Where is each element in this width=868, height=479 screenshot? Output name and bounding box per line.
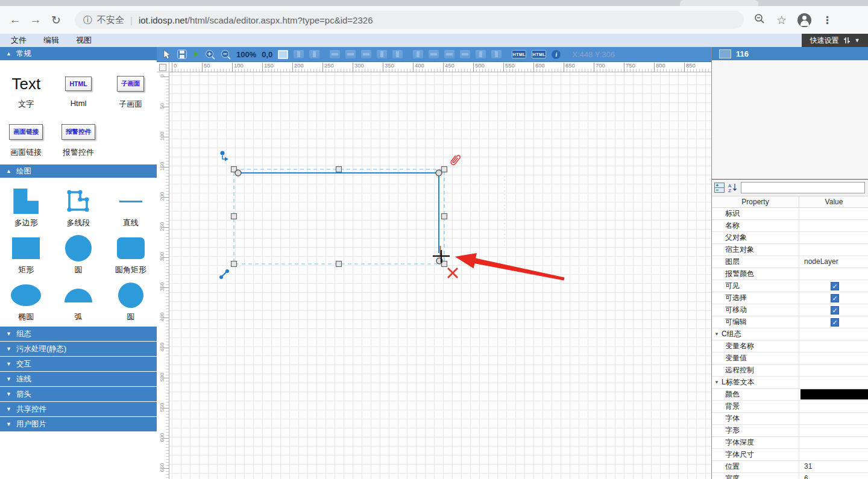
tool-button[interactable]: 画面链接 [9,117,43,147]
property-row[interactable]: 可见✓ [712,280,868,292]
shape-tool-line[interactable]: 直线 [104,185,157,232]
property-value[interactable] [799,449,868,460]
align-center-icon[interactable] [392,50,403,58]
shape-tool-circle[interactable]: 圆 [52,232,105,279]
reload-icon[interactable]: ↻ [46,13,66,27]
section-general[interactable]: ▲ 常规 [0,47,157,60]
property-filter-input[interactable] [741,182,865,193]
tool-display[interactable]: 画面链接 [9,124,43,140]
circle-icon[interactable] [65,232,92,265]
forward-icon[interactable]: → [25,13,46,27]
shape-tool-rect[interactable]: 矩形 [0,232,52,279]
info-icon[interactable]: i [552,50,561,59]
property-value[interactable] [799,413,868,424]
property-value[interactable]: nodeLayer [799,256,868,268]
shape-tool-ellipse[interactable]: 椭圆 [0,279,52,326]
property-value[interactable]: 31 [799,461,868,472]
property-value[interactable]: ✓ [799,316,868,328]
tool-button[interactable]: 报警控件 [61,117,95,147]
property-row[interactable]: 背景 [712,401,868,413]
page-info-icon[interactable]: ⓘ [83,14,92,26]
save-icon[interactable] [177,49,187,59]
property-value[interactable] [799,401,868,412]
design-canvas[interactable] [169,72,711,479]
rect-icon[interactable] [12,232,40,265]
zoom-out-page-icon[interactable] [753,13,766,27]
section-污水处理(静态)[interactable]: ▼污水处理(静态) [0,342,157,356]
polyline-icon[interactable] [65,185,92,218]
property-row[interactable]: 字体尺寸 [712,449,868,461]
align-right-icon[interactable] [413,50,423,58]
tool-Html[interactable]: HTMLHtml [52,69,105,117]
property-value[interactable] [799,377,868,388]
tool-报警控件[interactable]: 报警控件报警控件 [52,117,105,165]
align-bottom-icon[interactable] [361,50,371,58]
property-row[interactable]: 变量名称 [712,340,868,352]
categorized-view-icon[interactable] [714,183,725,193]
property-value[interactable] [799,352,868,364]
property-value[interactable] [799,220,868,231]
group-icon[interactable] [294,50,304,58]
property-value[interactable] [799,389,868,400]
alphabetical-sort-icon[interactable]: AZ [728,183,738,193]
shape-tool-circle2[interactable]: 圆 [104,279,157,326]
line-icon[interactable] [119,185,142,218]
property-row[interactable]: 远程控制 [712,365,868,377]
property-row[interactable]: 字体深度 [712,437,868,449]
send-back-icon[interactable] [491,50,502,58]
tool-画面链接[interactable]: 画面链接画面链接 [0,117,52,165]
property-value[interactable] [799,268,868,280]
browser-menu-icon[interactable]: ⋮ [822,14,832,27]
shape-tool-polygon[interactable]: 多边形 [0,185,52,232]
property-value[interactable]: ✓ [799,280,868,292]
html-preview-icon[interactable]: HTML [532,50,546,58]
property-row[interactable]: 变量值 [712,352,868,365]
property-row[interactable]: 可移动✓ [712,304,868,316]
property-row[interactable]: 父对象 [712,232,868,244]
selected-node-header[interactable]: 116 [712,47,868,60]
property-value[interactable]: 6 [799,473,868,479]
circle2-icon[interactable] [118,279,143,312]
property-group-row[interactable]: ▼L标签文本 [712,377,868,389]
zoom-in-icon[interactable] [205,49,215,60]
property-value[interactable] [799,365,868,376]
property-value[interactable] [799,437,868,448]
pointer-tool-icon[interactable] [163,49,172,60]
shape-tool-polyline[interactable]: 多线段 [52,185,105,232]
checkbox-checked-icon[interactable]: ✓ [831,306,839,315]
section-用户图片[interactable]: ▼用户图片 [0,417,157,431]
same-size-icon[interactable] [460,50,470,58]
property-row[interactable]: 可编辑✓ [712,316,868,328]
property-row[interactable]: 名称 [712,220,868,232]
tool-子画面[interactable]: 子画面子画面 [104,69,157,117]
shape-tool-rounded-rect[interactable]: 圆角矩形 [104,232,157,279]
distribute-h-icon[interactable] [429,50,439,58]
property-value[interactable]: ✓ [799,292,868,304]
selection-handles[interactable] [231,167,447,267]
tool-display[interactable]: Text [11,75,40,93]
property-row[interactable]: 可选择✓ [712,292,868,304]
back-icon[interactable]: ← [5,13,25,27]
node-tree-area[interactable] [712,60,868,180]
property-value[interactable] [799,340,868,352]
polyline-shape[interactable] [239,173,439,253]
run-icon[interactable] [192,51,200,58]
property-row[interactable]: 颜色 [712,389,868,401]
rounded-rect-icon[interactable] [117,232,145,265]
align-middle-icon[interactable] [345,50,356,58]
browser-tab[interactable] [680,0,758,6]
menu-item-3[interactable]: 视图 [76,35,92,46]
section-drawing[interactable]: ▲ 绘图 [0,164,157,178]
property-row[interactable]: 图层nodeLayer [712,256,868,268]
menu-item-2[interactable]: 编辑 [43,35,59,46]
zoom-out-icon[interactable] [221,49,231,60]
property-value[interactable] [799,208,868,219]
checkbox-checked-icon[interactable]: ✓ [831,282,839,290]
ellipse-icon[interactable] [11,279,41,312]
property-group-row[interactable]: ▼C组态 [712,328,868,340]
property-value[interactable] [799,425,868,436]
quick-settings-button[interactable]: 快速设置 ▼ [802,34,868,47]
distribute-v-icon[interactable] [444,50,454,58]
tool-display[interactable]: HTML [65,77,91,91]
property-row[interactable]: 位置31 [712,461,868,473]
